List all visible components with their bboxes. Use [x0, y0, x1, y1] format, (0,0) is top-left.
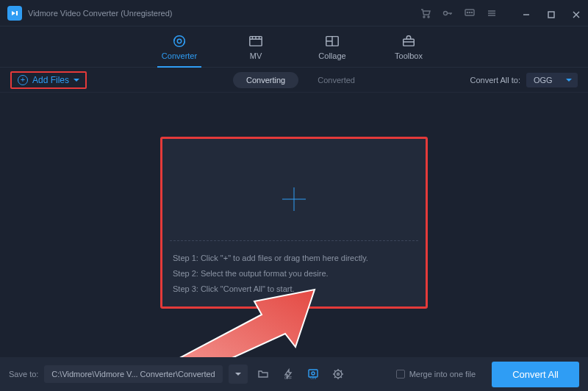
svg-rect-7: [548, 12, 554, 18]
add-files-button[interactable]: Add Files: [10, 71, 87, 89]
svg-point-1: [428, 16, 429, 18]
convert-all-to-label: Convert All to:: [470, 76, 520, 85]
action-bar: Add Files Converting Converted Convert A…: [0, 68, 588, 93]
plus-circle-icon: [18, 75, 28, 85]
convert-all-button[interactable]: Convert All: [492, 362, 579, 387]
close-button[interactable]: [572, 9, 581, 18]
menu-icon[interactable]: [487, 8, 497, 18]
tab-toolbox[interactable]: Toolbox: [387, 26, 431, 68]
tab-converter[interactable]: Converter: [157, 26, 201, 68]
svg-text:ON: ON: [310, 376, 316, 380]
chevron-down-icon: [566, 79, 572, 82]
svg-point-19: [337, 373, 339, 376]
merge-label: Merge into one file: [409, 370, 476, 379]
svg-point-2: [444, 11, 448, 15]
segment-converting[interactable]: Converting: [233, 72, 298, 88]
chevron-down-icon: [74, 79, 79, 82]
add-files-label: Add Files: [32, 75, 69, 85]
save-path-dropdown[interactable]: [229, 365, 248, 384]
hardware-accel-icon[interactable]: OFF: [279, 365, 298, 384]
tab-collage[interactable]: Collage: [310, 26, 354, 68]
svg-point-5: [469, 12, 470, 12]
output-format-select[interactable]: OGG: [526, 73, 578, 87]
save-to-label: Save to:: [9, 370, 38, 379]
svg-point-18: [334, 370, 342, 378]
tab-mv[interactable]: MV: [234, 26, 278, 68]
cart-icon[interactable]: [420, 8, 431, 18]
app-logo-icon: [7, 6, 22, 21]
bottom-bar: Save to: C:\Vidmore\Vidmore V... Convert…: [0, 357, 588, 391]
instruction-steps: Step 1: Click "+" to add files or drag t…: [173, 251, 368, 297]
chevron-down-icon: [235, 373, 241, 376]
step-text: Step 2: Select the output format you des…: [173, 266, 368, 281]
tab-label: Toolbox: [395, 51, 423, 60]
tab-label: MV: [250, 51, 262, 60]
key-icon[interactable]: [442, 8, 453, 18]
content-area: Step 1: Click "+" to add files or drag t…: [0, 93, 588, 357]
svg-point-16: [312, 372, 315, 375]
merge-checkbox[interactable]: [396, 370, 405, 379]
divider: [170, 240, 418, 241]
main-tabs: Converter MV Collage Toolbox: [0, 26, 588, 68]
settings-icon[interactable]: [329, 365, 348, 384]
output-format-value: OGG: [534, 76, 553, 85]
svg-point-6: [471, 12, 472, 12]
svg-text:OFF: OFF: [284, 376, 292, 380]
svg-point-4: [467, 12, 467, 12]
drop-zone[interactable]: Step 1: Click "+" to add files or drag t…: [160, 137, 428, 309]
maximize-button[interactable]: [547, 9, 556, 18]
feedback-icon[interactable]: [465, 8, 475, 18]
step-text: Step 3: Click "Convert All" to start.: [173, 281, 368, 297]
title-bar: Vidmore Video Converter (Unregistered): [0, 0, 588, 26]
step-text: Step 1: Click "+" to add files or drag t…: [173, 251, 368, 266]
svg-rect-12: [404, 39, 415, 46]
svg-point-9: [177, 39, 181, 43]
segment-converted[interactable]: Converted: [318, 76, 355, 85]
minimize-button[interactable]: [522, 9, 531, 18]
svg-point-0: [423, 16, 425, 18]
window-title: Vidmore Video Converter (Unregistered): [28, 9, 172, 18]
tab-label: Collage: [318, 51, 345, 60]
add-files-plus-icon[interactable]: [281, 186, 307, 215]
tab-label: Converter: [162, 51, 197, 60]
save-path[interactable]: C:\Vidmore\Vidmore V... Converter\Conver…: [44, 365, 222, 383]
svg-point-8: [174, 35, 185, 46]
gpu-accel-icon[interactable]: ON: [304, 365, 323, 384]
open-folder-icon[interactable]: [254, 365, 273, 384]
